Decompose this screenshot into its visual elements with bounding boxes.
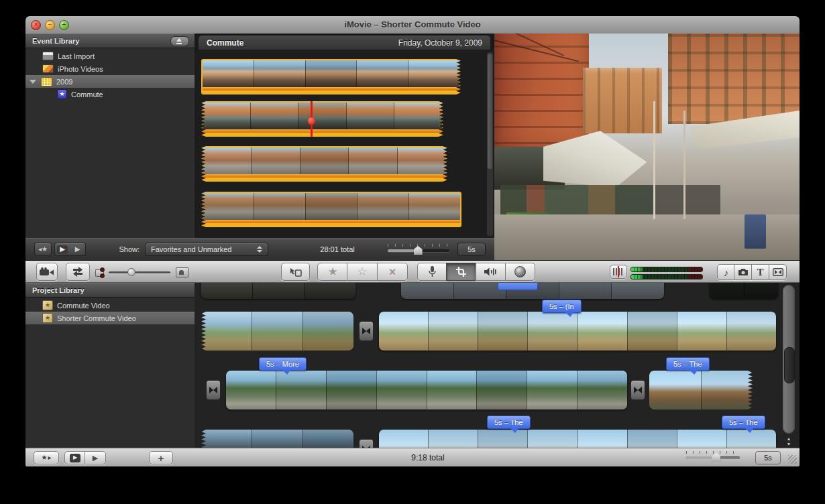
- unmark-button[interactable]: ☆: [347, 263, 378, 281]
- video-thumbnail: [203, 147, 251, 174]
- viewer-pane: [494, 34, 800, 260]
- photo-browser-button[interactable]: [734, 264, 752, 280]
- new-project-button[interactable]: +: [149, 451, 173, 464]
- project-clip-partial[interactable]: [710, 283, 778, 299]
- play-project-fullscreen-button[interactable]: ▶: [85, 451, 106, 464]
- project-clip[interactable]: [226, 371, 627, 410]
- window-resize-grip[interactable]: [788, 455, 797, 464]
- thumbnail-size-thumb[interactable]: [127, 268, 135, 276]
- video-adjustments-button[interactable]: [505, 263, 535, 281]
- project-clip[interactable]: [201, 430, 353, 448]
- project-clip[interactable]: [379, 312, 776, 351]
- open-camera-import-button[interactable]: [36, 263, 58, 281]
- play-event-button[interactable]: ▶: [54, 243, 70, 256]
- clip-duration-label[interactable]: 5s – More: [259, 357, 307, 371]
- clip-duration-label[interactable]: 5s – The: [487, 416, 531, 429]
- project-clip[interactable]: [649, 371, 753, 410]
- event-clip-strip-2[interactable]: [201, 101, 443, 137]
- video-thumbnail: [744, 283, 779, 299]
- titles-browser-button[interactable]: T: [751, 264, 769, 280]
- voiceover-button[interactable]: [417, 263, 447, 281]
- bowtie-icon: [209, 387, 217, 393]
- audio-adjustments-button[interactable]: [476, 263, 506, 281]
- video-thumbnail: [201, 430, 252, 448]
- scene-pole: [653, 101, 655, 219]
- video-thumbnail: [305, 193, 357, 220]
- transition-icon[interactable]: [206, 380, 221, 400]
- disclosure-triangle-icon[interactable]: [30, 80, 36, 84]
- video-thumbnail: [677, 430, 726, 448]
- video-thumbnail: [476, 371, 527, 410]
- event-zoom-slider[interactable]: [388, 244, 449, 255]
- project-library-item-commute-video[interactable]: Commute Video: [25, 299, 195, 312]
- clip-duration-label[interactable]: 5s – The: [722, 416, 765, 429]
- event-clip-strip-1[interactable]: [201, 59, 461, 94]
- event-library-item-commute[interactable]: Commute: [25, 88, 195, 101]
- video-thumbnail: [408, 60, 459, 87]
- scroll-down-icon[interactable]: ▼: [787, 442, 791, 446]
- slider-thumb[interactable]: [712, 453, 720, 462]
- video-thumbnail: [251, 147, 300, 174]
- clip-duration-label[interactable]: 5s – (In: [542, 300, 582, 313]
- crop-button[interactable]: [446, 263, 476, 281]
- window-title: iMovie – Shorter Commute Video: [25, 19, 800, 29]
- transition-icon[interactable]: [630, 380, 645, 400]
- play-fullscreen-button[interactable]: ▶: [70, 243, 86, 256]
- event-clip-strip-3[interactable]: [201, 146, 447, 182]
- project-scrollbar-thumb[interactable]: [784, 347, 795, 383]
- project-zoom-slider[interactable]: [686, 451, 740, 462]
- transition-icon[interactable]: [359, 439, 374, 448]
- reject-x-icon: ×: [389, 266, 396, 278]
- event-scrollbar-thumb[interactable]: [488, 54, 492, 169]
- item-label: Shorter Commute Video: [57, 314, 136, 322]
- video-thumbnail: [356, 60, 408, 87]
- swap-events-projects-button[interactable]: [66, 263, 90, 281]
- event-library-item-last-import[interactable]: Last Import: [25, 50, 195, 62]
- event-library-item-2009[interactable]: 2009: [25, 75, 195, 88]
- imovie-window: × − + iMovie – Shorter Commute Video Eve…: [25, 16, 800, 466]
- audio-skimming-button[interactable]: [610, 265, 627, 279]
- video-thumbnail: [397, 147, 446, 174]
- clip-duration-label[interactable]: 5s – The: [666, 357, 710, 371]
- transitions-browser-button[interactable]: [769, 264, 787, 280]
- project-clip[interactable]: [379, 430, 776, 448]
- scroll-up-icon[interactable]: ▲: [787, 436, 791, 441]
- event-filmstrip-pane[interactable]: [195, 50, 494, 238]
- project-library-header: Project Library: [25, 283, 195, 298]
- eject-button[interactable]: [170, 36, 189, 46]
- project-scrollbar[interactable]: [783, 285, 795, 434]
- show-favorites-button[interactable]: ◂★: [34, 243, 52, 256]
- slider-thumb[interactable]: [414, 246, 423, 255]
- mark-favorite-button[interactable]: ★: [317, 263, 348, 281]
- video-thumbnail: [677, 312, 726, 351]
- video-thumbnail: [348, 147, 397, 174]
- project-clip-partial[interactable]: [201, 283, 355, 299]
- video-thumbnail: [577, 371, 627, 410]
- filmstrip-thumbnails: [649, 371, 753, 410]
- video-thumbnail: [578, 430, 627, 448]
- video-thumbnail: [201, 312, 252, 351]
- project-library-item-shorter-commute-video[interactable]: Shorter Commute Video: [25, 312, 195, 324]
- music-browser-button[interactable]: ♪: [717, 264, 735, 280]
- project-scrollbar-arrows[interactable]: ▲ ▼: [783, 434, 795, 448]
- reject-button[interactable]: ×: [377, 263, 408, 281]
- item-label: Commute Video: [57, 302, 110, 310]
- project-total-duration: 9:18 total: [361, 453, 495, 462]
- show-filter-dropdown[interactable]: Favorites and Unmarked: [145, 243, 268, 256]
- clipping-indicator-icon: [100, 273, 105, 278]
- titlebar[interactable]: × − + iMovie – Shorter Commute Video: [25, 16, 800, 34]
- audio-level-meters: [630, 267, 703, 281]
- event-library-item-iphoto-videos[interactable]: iPhoto Videos: [25, 62, 195, 75]
- project-timeline-pane[interactable]: 5s – (In5s – More5s – The5s – The5s – Th…: [195, 283, 800, 448]
- event-clip-strip-4[interactable]: [201, 192, 461, 227]
- favorite-arrow-star-icon: ◂★: [38, 246, 48, 253]
- add-to-project-button[interactable]: [281, 263, 310, 281]
- project-clip[interactable]: [201, 312, 353, 351]
- video-thumbnail: [254, 60, 305, 87]
- add-selection-to-project-button[interactable]: ★▸: [34, 451, 59, 464]
- transition-icon[interactable]: [359, 321, 374, 341]
- event-scrollbar[interactable]: [487, 52, 493, 236]
- scene-center-building: [583, 68, 662, 133]
- thumbnail-size-slider[interactable]: [109, 271, 170, 273]
- play-project-button[interactable]: ▶: [64, 451, 86, 464]
